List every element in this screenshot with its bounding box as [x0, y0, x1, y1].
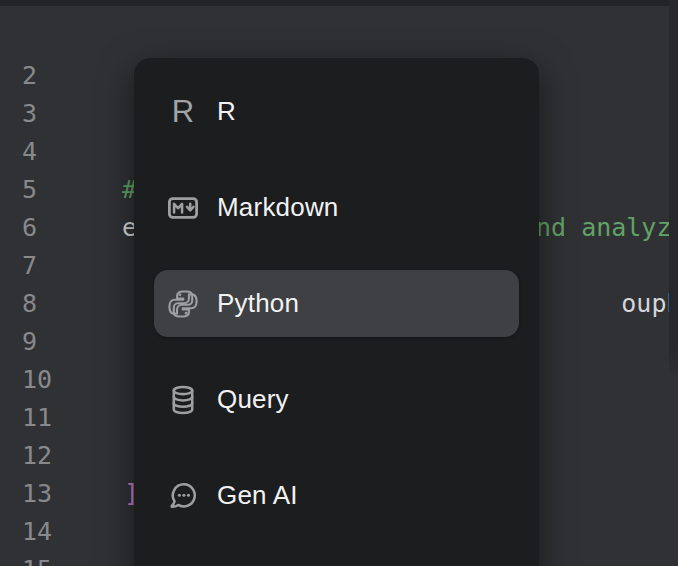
menu-item-label: Markdown: [217, 192, 339, 223]
cell-top-border: [0, 0, 678, 6]
menu-item-gen-ai[interactable]: Gen AI: [154, 462, 519, 529]
menu-item-query[interactable]: Query: [154, 366, 519, 433]
menu-item-markdown[interactable]: Markdown: [154, 174, 519, 241]
menu-item-label: Python: [217, 288, 299, 319]
menu-item-r[interactable]: R R: [154, 78, 519, 145]
menu-item-label: Gen AI: [217, 480, 298, 511]
database-icon: [167, 384, 199, 416]
gen-ai-chat-icon: [167, 480, 199, 512]
line-number: 15: [22, 551, 52, 566]
markdown-icon: [167, 192, 199, 224]
python-icon: [167, 288, 199, 320]
menu-item-label: R: [217, 96, 236, 127]
scrollbar-track[interactable]: [669, 0, 678, 378]
cell-type-dropdown-menu: R R Markdown: [134, 58, 539, 566]
menu-item-python[interactable]: Python: [154, 270, 519, 337]
code-line: 2 import numpy as np: [0, 19, 678, 57]
menu-item-label: Query: [217, 384, 289, 415]
r-language-icon: R: [167, 96, 199, 128]
